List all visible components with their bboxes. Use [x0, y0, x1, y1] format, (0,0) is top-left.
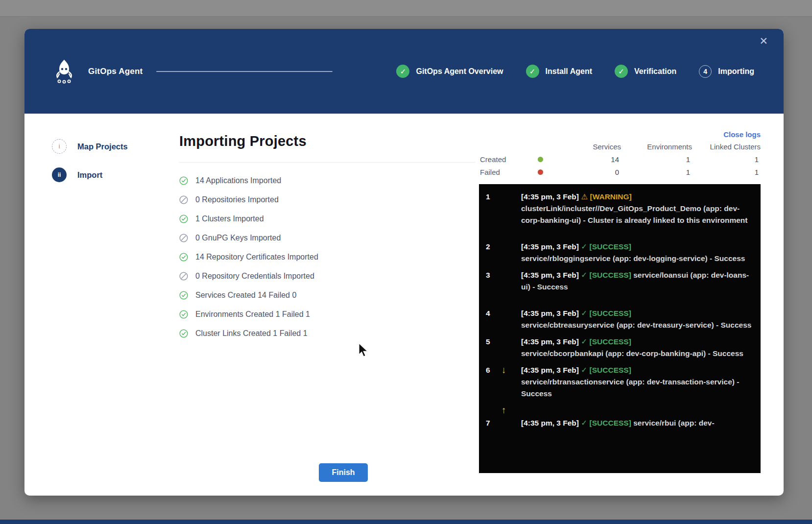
desktop-background: GitOps Agent ✓GitOps Agent Overview✓Inst…	[0, 0, 812, 524]
log-level-badge: ✓ [SUCCESS]	[581, 271, 631, 279]
log-level-badge: ✓ [SUCCESS]	[581, 242, 631, 251]
log-message: [4:35 pm, 3 Feb] ✓ [SUCCESS]service/cbco…	[521, 336, 761, 359]
gitops-agent-wizard-modal: GitOps Agent ✓GitOps Agent Overview✓Inst…	[24, 29, 784, 496]
log-entry: 4[4:35 pm, 3 Feb] ✓ [SUCCESS]service/cbt…	[479, 308, 761, 331]
log-timestamp: [4:35 pm, 3 Feb]	[521, 419, 579, 427]
slash-circle-icon	[179, 234, 188, 242]
wizard-step-importing[interactable]: 4Importing	[699, 65, 754, 78]
step-complete-check-icon: ✓	[526, 65, 539, 78]
log-timestamp: [4:35 pm, 3 Feb]	[521, 337, 579, 346]
summary-row-label: Failed	[479, 168, 523, 176]
checklist-item-text: 14 Applications Imported	[195, 176, 281, 185]
background-bottom-strip	[0, 520, 812, 524]
log-timestamp: [4:35 pm, 3 Feb]	[521, 366, 579, 374]
wizard-sidebar: iMap ProjectsiiImport	[24, 114, 179, 496]
slash-circle-icon	[179, 195, 188, 204]
check-circle-icon	[179, 253, 188, 262]
summary-row-label: Created	[479, 155, 523, 164]
log-line-number: 7	[479, 417, 502, 429]
checklist-item-text: 1 Clusters Imported	[195, 214, 264, 223]
log-level-badge: ✓ [SUCCESS]	[581, 366, 631, 374]
log-entry: 6↓[4:35 pm, 3 Feb] ✓ [SUCCESS]service/rb…	[479, 364, 761, 400]
log-line-number: 6	[479, 364, 502, 376]
checklist-item: 0 Repositories Imported	[179, 194, 479, 205]
checklist-item: 14 Applications Imported	[179, 175, 479, 186]
step-complete-check-icon: ✓	[615, 65, 628, 78]
wizard-body: iMap ProjectsiiImport Importing Projects…	[24, 114, 784, 496]
sidebar-item-label: Import	[77, 170, 102, 180]
checklist-item-text: Cluster Links Created 1 Failed 1	[195, 329, 308, 338]
summary-value: 1	[692, 168, 761, 176]
log-message-text: service/rbtransactionservice (app: dev-t…	[521, 378, 739, 398]
step-label: Verification	[634, 67, 676, 76]
step-label: GitOps Agent Overview	[416, 67, 503, 76]
checklist-item: 14 Repository Certificates Imported	[179, 252, 479, 262]
log-timestamp: [4:35 pm, 3 Feb]	[521, 309, 579, 317]
status-dot-created	[538, 157, 543, 162]
checklist-item-text: 14 Repository Certificates Imported	[195, 253, 318, 262]
log-level-badge: ✓ [SUCCESS]	[581, 419, 631, 427]
wizard-title: GitOps Agent	[88, 67, 143, 76]
wizard-step-gitops-agent-overview[interactable]: ✓GitOps Agent Overview	[396, 65, 503, 78]
check-circle-icon	[179, 291, 188, 300]
sidebar-step-numeral-icon: i	[52, 139, 67, 154]
log-message-text: clusterLink/incluster//Dev_GitOps_Produc…	[521, 204, 748, 224]
log-line-number: 5	[479, 336, 502, 348]
log-entry: 2[4:35 pm, 3 Feb] ✓ [SUCCESS]service/rbl…	[479, 241, 761, 264]
log-message: [4:35 pm, 3 Feb] ✓ [SUCCESS] service/loa…	[521, 269, 761, 293]
sidebar-item-label: Map Projects	[77, 142, 128, 151]
checklist-item: 0 Repository Credentials Imported	[179, 271, 479, 282]
page-title: Importing Projects	[179, 132, 479, 150]
log-message-text: service/cbcorpbankapi (app: dev-corp-ban…	[521, 349, 743, 357]
log-entry: 7[4:35 pm, 3 Feb] ✓ [SUCCESS] service/rb…	[479, 417, 761, 429]
import-checklist: 14 Applications Imported0 Repositories I…	[179, 175, 479, 339]
checklist-item: Environments Created 1 Failed 1	[179, 309, 479, 320]
check-circle-icon	[179, 176, 188, 185]
status-dot-failed	[538, 169, 543, 175]
log-message: [4:35 pm, 3 Feb] ✓ [SUCCESS]service/rblo…	[521, 241, 761, 264]
log-timestamp: [4:35 pm, 3 Feb]	[521, 271, 579, 279]
scroll-up-arrow-icon: ↑	[502, 405, 521, 416]
log-message: [4:35 pm, 3 Feb] ✓ [SUCCESS]service/rbtr…	[521, 364, 761, 400]
header-divider-line	[156, 71, 333, 72]
finish-button[interactable]: Finish	[319, 463, 368, 482]
scroll-down-arrow-icon: ↓	[502, 364, 521, 376]
close-logs-link[interactable]: Close logs	[479, 130, 761, 139]
checklist-item-text: 0 GnuPG Keys Imported	[195, 234, 281, 242]
check-circle-icon	[179, 329, 188, 338]
step-label: Importing	[718, 67, 754, 76]
checklist-item-text: Services Created 14 Failed 0	[195, 291, 296, 300]
background-top-band	[0, 0, 812, 17]
summary-column-header: Linked Clusters	[692, 143, 761, 151]
log-line-number: 2	[479, 241, 502, 253]
log-line-number: 4	[479, 308, 502, 319]
summary-column-header: Environments	[621, 143, 692, 151]
log-message-text: service/rbui (app: dev-	[633, 419, 714, 427]
close-icon[interactable]: ✕	[759, 36, 768, 46]
log-level-badge: ✓ [SUCCESS]	[581, 309, 631, 317]
step-number-badge: 4	[699, 65, 712, 78]
step-complete-check-icon: ✓	[396, 65, 409, 78]
step-label: Install Agent	[546, 67, 592, 76]
log-message: [4:35 pm, 3 Feb] ⚠ [WARNING] clusterLink…	[521, 191, 761, 226]
log-level-badge: ✓ [SUCCESS]	[581, 337, 631, 346]
log-message-text: service/rbloggingservice (app: dev-loggi…	[521, 254, 745, 262]
wizard-header: GitOps Agent ✓GitOps Agent Overview✓Inst…	[24, 29, 784, 114]
check-circle-icon	[179, 310, 188, 319]
wizard-step-install-agent[interactable]: ✓Install Agent	[526, 65, 592, 78]
sidebar-item-map-projects[interactable]: iMap Projects	[52, 139, 179, 154]
log-line-number: 3	[479, 269, 502, 281]
log-timestamp: [4:35 pm, 3 Feb]	[521, 242, 579, 251]
log-entry: 5[4:35 pm, 3 Feb] ✓ [SUCCESS]service/cbc…	[479, 336, 761, 359]
import-progress-panel: Importing Projects 14 Applications Impor…	[179, 114, 479, 496]
log-entry: 3[4:35 pm, 3 Feb] ✓ [SUCCESS] service/lo…	[479, 269, 761, 293]
logs-panel: Close logs ServicesEnvironmentsLinked Cl…	[479, 114, 784, 496]
sidebar-item-import[interactable]: iiImport	[52, 167, 179, 182]
checklist-item: Services Created 14 Failed 0	[179, 290, 479, 301]
log-scroll-indicator-row: ↑	[479, 405, 761, 416]
log-message: [4:35 pm, 3 Feb] ✓ [SUCCESS]service/cbtr…	[521, 308, 761, 331]
import-summary-table: ServicesEnvironmentsLinked ClustersCreat…	[479, 143, 761, 176]
summary-value: 0	[557, 168, 621, 176]
wizard-step-verification[interactable]: ✓Verification	[615, 65, 676, 78]
log-console: 1[4:35 pm, 3 Feb] ⚠ [WARNING] clusterLin…	[479, 184, 761, 473]
